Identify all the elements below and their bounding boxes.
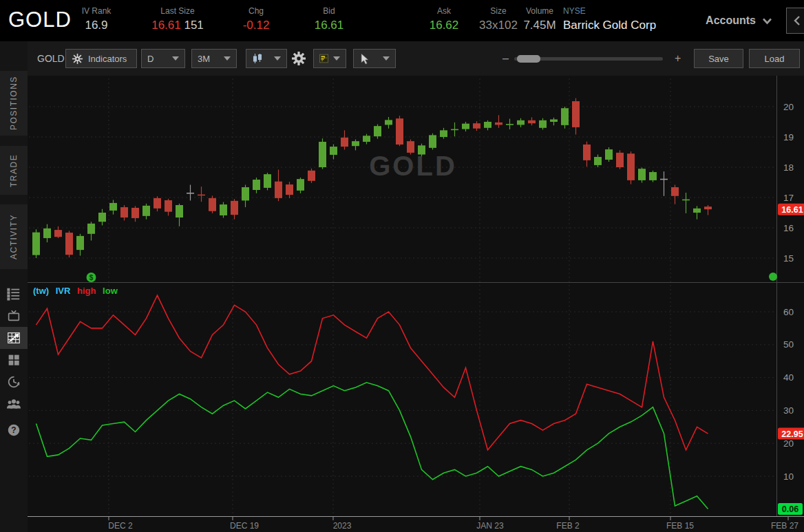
- ivr-axis-label: 40: [783, 372, 794, 383]
- gear-icon: [290, 50, 307, 67]
- grid-icon: [6, 352, 21, 368]
- sidebar-item-watchlist[interactable]: [0, 283, 28, 305]
- x-axis-label: FEB 2: [556, 521, 580, 531]
- candle-body: [385, 120, 392, 125]
- zoom-out-button[interactable]: –: [502, 41, 509, 76]
- price-axis-label: 20: [783, 102, 794, 112]
- zoom-slider[interactable]: [514, 57, 663, 61]
- candle-body: [341, 138, 348, 147]
- field-value-part: 16.62: [430, 19, 459, 32]
- candle-body: [187, 193, 194, 194]
- candle-body: [286, 184, 293, 195]
- social-icon: [6, 396, 22, 412]
- legend-low: low: [103, 286, 118, 296]
- range-dropdown[interactable]: 3M: [191, 49, 237, 68]
- field-value-part: 16.61: [151, 19, 181, 32]
- price-axis-label: 19: [783, 132, 794, 142]
- candle-body: [539, 120, 547, 128]
- ivr-high-line: [36, 295, 708, 450]
- watchlist-icon: [6, 286, 21, 301]
- chart-toolbar: GOLD Indicators D 3M: [28, 41, 804, 76]
- accounts-dropdown[interactable]: Accounts: [706, 0, 772, 41]
- field-label: Chg: [222, 6, 290, 16]
- chart-area[interactable]: GOLD$201918171615605040302010DEC 2DEC 19…: [28, 76, 804, 532]
- sidebar-tab-trade[interactable]: TRADE: [0, 146, 28, 195]
- indicators-label: Indicators: [88, 54, 127, 64]
- candle-body: [495, 123, 502, 125]
- candle-body: [120, 207, 128, 217]
- trading-app: GOLD IV Rank16.9Last Size16.61 151Chg-0.…: [0, 0, 804, 532]
- candle-body: [583, 145, 591, 160]
- drawing-tool-icon: [319, 53, 328, 64]
- chevron-down-icon: [762, 17, 772, 25]
- chart-type-dropdown[interactable]: [246, 49, 287, 68]
- candle-body: [473, 123, 480, 128]
- x-axis-label: FEB 15: [666, 521, 694, 531]
- candle-body: [65, 233, 73, 255]
- candle-body: [528, 120, 536, 123]
- candle-body: [297, 179, 304, 191]
- candle-body: [407, 141, 414, 153]
- candle-body: [308, 171, 315, 181]
- sidebar-item-chart[interactable]: [0, 327, 28, 349]
- sidebar-tab-label: TRADE: [9, 153, 19, 187]
- price-axis-label: 16: [783, 223, 794, 233]
- price-chart[interactable]: GOLD$201918171615605040302010DEC 2DEC 19…: [28, 76, 804, 532]
- history-icon: [6, 374, 21, 390]
- candle-body: [253, 180, 260, 190]
- field-label: Bid: [295, 6, 363, 16]
- candle-body: [418, 145, 425, 154]
- sidebar-item-tv[interactable]: [0, 305, 28, 327]
- drawing-tools-dropdown[interactable]: [313, 49, 346, 68]
- candle-body: [319, 142, 326, 167]
- field-label: IV Rank: [62, 6, 131, 16]
- candlestick-icon: [252, 53, 263, 64]
- ivr-axis-label: 60: [783, 307, 794, 317]
- indicator-legend[interactable]: (tw) IVR high low: [33, 286, 122, 296]
- candle-body: [429, 135, 436, 147]
- chevron-down-icon: [172, 56, 179, 61]
- candle-body: [87, 224, 95, 234]
- sidebar-item-apps[interactable]: [0, 349, 28, 371]
- indicators-icon: [72, 53, 83, 65]
- candle-body: [98, 213, 106, 222]
- candle-body: [682, 200, 690, 201]
- candle-body: [176, 205, 183, 217]
- x-axis-label: DEC 19: [230, 521, 259, 531]
- chevron-down-icon: [383, 56, 390, 61]
- company-name: Barrick Gold Corp: [563, 19, 656, 32]
- candle-body: [693, 209, 701, 213]
- sidebar-tab-positions[interactable]: POSITIONS: [0, 71, 28, 136]
- zoom-in-button[interactable]: +: [675, 41, 681, 76]
- zoom-slider-handle[interactable]: [517, 55, 540, 63]
- candle-body: [352, 141, 359, 146]
- candle-body: [462, 124, 469, 129]
- svg-text:?: ?: [11, 425, 16, 435]
- load-button[interactable]: Load: [749, 49, 800, 68]
- collapse-panel-button[interactable]: [786, 8, 804, 34]
- chevron-down-icon: [224, 56, 231, 61]
- candle-body: [363, 136, 370, 142]
- quote-field-iv-rank: IV Rank16.9: [62, 6, 131, 32]
- timeframe-dropdown[interactable]: D: [141, 49, 185, 68]
- field-value-part: 7.45M: [523, 19, 556, 32]
- field-value: 16.9: [62, 19, 131, 32]
- cursor-mode-dropdown[interactable]: [353, 49, 396, 68]
- chevron-down-icon: [274, 56, 281, 61]
- ivr-axis-label: 10: [783, 471, 794, 482]
- sidebar-tab-activity[interactable]: ACTIVITY: [0, 204, 28, 269]
- indicator-prefix: (tw): [33, 286, 49, 296]
- chart-settings-button[interactable]: [290, 50, 307, 70]
- sidebar-item-social[interactable]: [0, 393, 28, 415]
- candle-body: [484, 122, 491, 128]
- x-axis-label: DEC 2: [108, 521, 133, 531]
- sidebar-item-history[interactable]: [0, 371, 28, 393]
- field-value: 16.61 151: [133, 19, 222, 32]
- indicators-button[interactable]: Indicators: [65, 49, 137, 68]
- chart-watermark: GOLD: [369, 151, 457, 181]
- chevron-left-icon: [793, 15, 801, 26]
- candle-body: [54, 230, 62, 237]
- sidebar-item-help[interactable]: ?: [0, 419, 28, 441]
- save-button[interactable]: Save: [694, 49, 743, 68]
- field-value-part: 16.9: [85, 19, 107, 32]
